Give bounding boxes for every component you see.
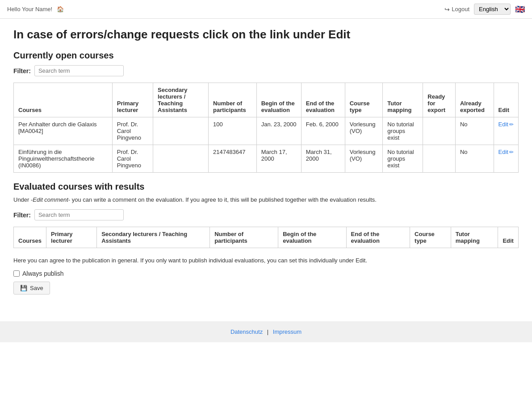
main-content: In case of errors/change requests click … bbox=[0, 19, 532, 303]
edit-link[interactable]: Edit ✏ bbox=[498, 121, 514, 128]
home-icon: 🏠 bbox=[57, 6, 64, 12]
cell-end: March 31, 2000 bbox=[301, 145, 345, 173]
th-course-type: Course type bbox=[345, 83, 383, 117]
evaluated-courses-table: Courses Primary lecturer Secondary lectu… bbox=[13, 227, 519, 248]
filter2-input[interactable] bbox=[34, 209, 124, 220]
cell-already-exported: No bbox=[455, 117, 494, 145]
datenschutz-link[interactable]: Datenschutz bbox=[230, 328, 263, 335]
th-end: End of the evaluation bbox=[301, 83, 345, 117]
th-participants: Number of participants bbox=[209, 83, 257, 117]
th-begin: Begin of the evaluation bbox=[256, 83, 301, 117]
cell-ready-export bbox=[423, 145, 456, 173]
logout-button[interactable]: ↪ Logout bbox=[444, 6, 469, 13]
cell-course: Per Anhalter durch die Galaxis [MA0042] bbox=[14, 117, 113, 145]
cell-edit: Edit ✏ bbox=[494, 145, 519, 173]
filter1-input[interactable] bbox=[34, 65, 124, 76]
cell-begin: Jan. 23, 2000 bbox=[256, 117, 301, 145]
cell-primary-lecturer: Prof. Dr. Carol Pingveno bbox=[112, 145, 153, 173]
th-primary-lecturer: Primary lecturer bbox=[112, 83, 153, 117]
th-ready-export: Ready for export bbox=[423, 83, 456, 117]
filter1-row: Filter: bbox=[13, 65, 519, 76]
section2-heading: Evaluated courses with results bbox=[13, 182, 519, 192]
always-publish-label: Always publish bbox=[22, 270, 64, 277]
th-already-exported: Already exported bbox=[455, 83, 494, 117]
th2-begin: Begin of the evaluation bbox=[278, 227, 346, 248]
edit-pencil-icon: ✏ bbox=[509, 121, 514, 128]
cell-participants: 2147483647 bbox=[209, 145, 257, 173]
language-selector[interactable]: English Deutsch bbox=[474, 4, 511, 15]
cell-course-type: Vorlesung (VO) bbox=[345, 145, 383, 173]
save-button[interactable]: 💾 Save bbox=[13, 282, 50, 295]
footer-separator: | bbox=[267, 328, 268, 335]
th-secondary-lecturers: Secondary lecturers / Teaching Assistant… bbox=[153, 83, 209, 117]
flag-icon: 🇬🇧 bbox=[515, 4, 525, 14]
table-row: Einführung in die Pinguinweltherrschafts… bbox=[14, 145, 519, 173]
publish-description: Here you can agree to the publication in… bbox=[13, 257, 519, 264]
th-edit: Edit bbox=[494, 83, 519, 117]
th2-tutor-mapping: Tutor mapping bbox=[451, 227, 498, 248]
cell-participants: 100 bbox=[209, 117, 257, 145]
cell-secondary-lecturers bbox=[153, 117, 209, 145]
header-right: ↪ Logout English Deutsch 🇬🇧 bbox=[444, 4, 525, 15]
header-left: Hello Your Name! 🏠 bbox=[7, 6, 64, 12]
th-courses: Courses bbox=[14, 83, 113, 117]
th2-course-type: Course type bbox=[410, 227, 451, 248]
logout-icon: ↪ bbox=[444, 6, 450, 13]
edit-pencil-icon: ✏ bbox=[509, 149, 514, 155]
cell-course-type: Vorlesung (VO) bbox=[345, 117, 383, 145]
eval-description: Under -Edit comment- you can write a com… bbox=[13, 196, 519, 203]
cell-secondary-lecturers bbox=[153, 145, 209, 173]
footer: Datenschutz | Impressum bbox=[0, 321, 532, 342]
page-main-heading: In case of errors/change requests click … bbox=[13, 28, 519, 42]
always-publish-checkbox[interactable] bbox=[13, 270, 20, 277]
section1-heading: Currently open courses bbox=[13, 50, 519, 61]
cell-begin: March 17, 2000 bbox=[256, 145, 301, 173]
filter2-row: Filter: bbox=[13, 209, 519, 220]
save-label: Save bbox=[30, 285, 43, 291]
save-icon: 💾 bbox=[20, 285, 27, 291]
cell-ready-export bbox=[423, 117, 456, 145]
header: Hello Your Name! 🏠 ↪ Logout English Deut… bbox=[0, 0, 532, 19]
impressum-link[interactable]: Impressum bbox=[273, 328, 302, 335]
filter2-label: Filter: bbox=[13, 212, 31, 219]
th2-primary-lecturer: Primary lecturer bbox=[46, 227, 97, 248]
th2-participants: Number of participants bbox=[210, 227, 278, 248]
open-courses-table: Courses Primary lecturer Secondary lectu… bbox=[13, 83, 519, 173]
th2-end: End of the evaluation bbox=[346, 227, 410, 248]
cell-already-exported: No bbox=[455, 145, 494, 173]
logout-label: Logout bbox=[452, 6, 469, 12]
cell-primary-lecturer: Prof. Dr. Carol Pingveno bbox=[112, 117, 153, 145]
cell-tutor-mapping: No tutorial groups exist bbox=[383, 117, 423, 145]
th2-edit: Edit bbox=[498, 227, 519, 248]
always-publish-row: Always publish bbox=[13, 270, 519, 277]
cell-tutor-mapping: No tutorial groups exist bbox=[383, 145, 423, 173]
home-link[interactable]: 🏠 bbox=[57, 6, 64, 12]
th-tutor-mapping: Tutor mapping bbox=[383, 83, 423, 117]
cell-end: Feb. 6, 2000 bbox=[301, 117, 345, 145]
table1-header-row: Courses Primary lecturer Secondary lectu… bbox=[14, 83, 519, 117]
greeting-text: Hello Your Name! bbox=[7, 6, 52, 12]
table-row: Per Anhalter durch die Galaxis [MA0042] … bbox=[14, 117, 519, 145]
edit-link[interactable]: Edit ✏ bbox=[498, 149, 514, 155]
cell-edit: Edit ✏ bbox=[494, 117, 519, 145]
filter1-label: Filter: bbox=[13, 67, 31, 75]
th2-secondary-lecturers: Secondary lecturers / Teaching Assistant… bbox=[97, 227, 210, 248]
th2-courses: Courses bbox=[14, 227, 46, 248]
table2-header-row: Courses Primary lecturer Secondary lectu… bbox=[14, 227, 519, 248]
cell-course: Einführung in die Pinguinweltherrschafts… bbox=[14, 145, 113, 173]
